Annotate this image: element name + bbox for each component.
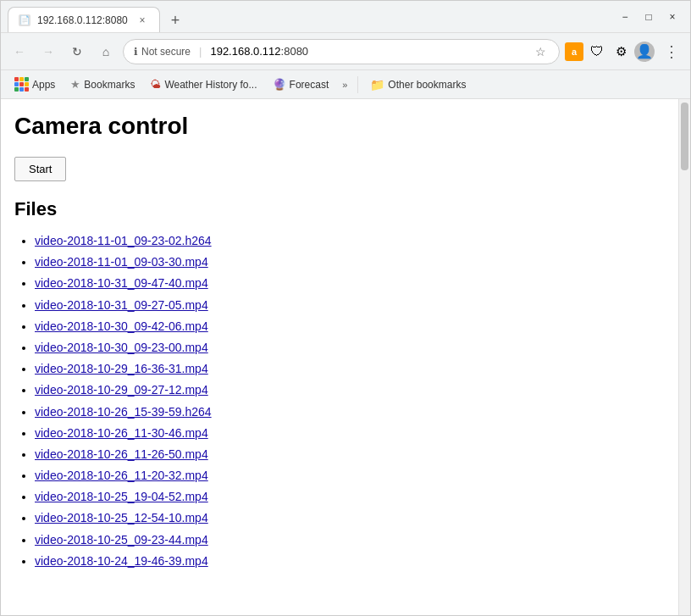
active-tab[interactable]: 📄 192.168.0.112:8080 × <box>8 7 160 32</box>
reload-button[interactable]: ↻ <box>65 40 89 64</box>
file-list: video-2018-11-01_09-23-02.h264video-2018… <box>14 230 665 572</box>
file-link[interactable]: video-2018-10-29_09-27-12.mp4 <box>35 383 208 397</box>
bookmark-bookmarks[interactable]: ★ Bookmarks <box>64 75 141 94</box>
list-item: video-2018-10-30_09-23-00.mp4 <box>35 337 665 358</box>
bookmarks-overflow-button[interactable]: » <box>337 76 352 93</box>
maximize-button[interactable]: □ <box>638 6 660 28</box>
bookmarks-separator <box>357 76 358 93</box>
url-separator: | <box>199 45 202 58</box>
file-link[interactable]: video-2018-11-01_09-03-30.mp4 <box>35 255 208 269</box>
list-item: video-2018-11-01_09-23-02.h264 <box>35 230 665 252</box>
list-item: video-2018-10-30_09-42-06.mp4 <box>35 316 665 337</box>
bookmark-apps[interactable]: Apps <box>8 74 62 95</box>
new-tab-button[interactable]: + <box>163 8 187 32</box>
tab-favicon: 📄 <box>19 14 30 26</box>
forward-button[interactable]: → <box>36 40 60 64</box>
file-link[interactable]: video-2018-10-30_09-23-00.mp4 <box>35 341 208 354</box>
security-indicator: ℹ Not secure <box>134 46 191 58</box>
list-item: video-2018-10-26_11-30-46.mp4 <box>35 423 665 444</box>
other-bookmarks-folder[interactable]: 📁 Other bookmarks <box>363 75 473 95</box>
file-link[interactable]: video-2018-10-31_09-27-05.mp4 <box>35 298 208 312</box>
profile-avatar[interactable]: 👤 <box>634 42 655 62</box>
file-link[interactable]: video-2018-10-30_09-42-06.mp4 <box>35 319 208 333</box>
minimize-button[interactable]: − <box>614 6 636 28</box>
page-content: Camera control Start Files video-2018-11… <box>1 99 690 615</box>
file-link[interactable]: video-2018-10-26_15-39-59.h264 <box>35 405 212 419</box>
list-item: video-2018-10-29_16-36-31.mp4 <box>35 358 665 380</box>
tab-close-button[interactable]: × <box>135 14 149 27</box>
file-link[interactable]: video-2018-10-29_16-36-31.mp4 <box>35 362 208 375</box>
bookmarks-bar: Apps ★ Bookmarks 🌤 Weather History fo...… <box>1 70 690 99</box>
tab-title: 192.168.0.112:8080 <box>37 14 129 26</box>
page-scroll-area[interactable]: Camera control Start Files video-2018-11… <box>1 99 678 615</box>
shield-extension-icon[interactable]: 🛡 <box>587 42 607 62</box>
file-link[interactable]: video-2018-10-24_19-46-39.mp4 <box>35 554 208 568</box>
security-label: Not secure <box>141 46 191 58</box>
close-button[interactable]: × <box>661 6 683 28</box>
folder-icon: 📁 <box>370 78 384 92</box>
url-host: 192.168.0.112 <box>210 45 280 58</box>
list-item: video-2018-10-25_19-04-52.mp4 <box>35 486 665 508</box>
list-item: video-2018-10-31_09-47-40.mp4 <box>35 273 665 294</box>
forecast-label: Forecast <box>290 79 329 91</box>
page-title: Camera control <box>14 113 665 140</box>
weather-icon: 🌤 <box>150 78 161 91</box>
list-item: video-2018-10-29_09-27-12.mp4 <box>35 380 665 401</box>
extension-icons: a 🛡 ⚙ 👤 <box>565 42 655 62</box>
file-link[interactable]: video-2018-10-26_11-20-32.mp4 <box>35 469 208 482</box>
window-controls: − □ × <box>614 6 683 28</box>
url-action-icons: ☆ <box>532 43 549 60</box>
list-item: video-2018-11-01_09-03-30.mp4 <box>35 252 665 273</box>
file-link[interactable]: video-2018-10-25_12-54-10.mp4 <box>35 511 208 524</box>
apps-label: Apps <box>32 79 55 91</box>
weather-history-label: Weather History fo... <box>164 79 257 91</box>
list-item: video-2018-10-25_12-54-10.mp4 <box>35 508 665 529</box>
file-link[interactable]: video-2018-10-26_11-30-46.mp4 <box>35 426 208 440</box>
apps-grid-icon <box>14 77 29 92</box>
bookmark-weather-history[interactable]: 🌤 Weather History fo... <box>143 75 263 94</box>
list-item: video-2018-10-31_09-27-05.mp4 <box>35 295 665 316</box>
tab-area: 📄 192.168.0.112:8080 × + <box>8 1 607 32</box>
security-icon: ℹ <box>134 46 138 58</box>
scrollbar-thumb[interactable] <box>681 103 688 170</box>
star-icon: ★ <box>70 78 80 91</box>
forecast-icon: 🔮 <box>273 78 286 91</box>
url-port: :8080 <box>281 45 309 58</box>
start-button[interactable]: Start <box>14 157 66 181</box>
puzzle-extension-icon[interactable]: ⚙ <box>611 42 631 62</box>
url-bar[interactable]: ℹ Not secure | 192.168.0.112:8080 ☆ <box>123 39 560 64</box>
list-item: video-2018-10-26_15-39-59.h264 <box>35 402 665 423</box>
scrollbar[interactable] <box>678 99 690 615</box>
home-button[interactable]: ⌂ <box>94 40 118 64</box>
address-bar: ← → ↻ ⌂ ℹ Not secure | 192.168.0.112:808… <box>1 33 690 70</box>
file-link[interactable]: video-2018-10-26_11-26-50.mp4 <box>35 447 208 461</box>
file-link[interactable]: video-2018-11-01_09-23-02.h264 <box>35 234 212 247</box>
bookmark-star-icon[interactable]: ☆ <box>532 43 549 60</box>
list-item: video-2018-10-25_09-23-44.mp4 <box>35 530 665 551</box>
file-link[interactable]: video-2018-10-25_09-23-44.mp4 <box>35 533 208 547</box>
browser-window: 📄 192.168.0.112:8080 × + − □ × ← → ↻ ⌂ ℹ… <box>0 0 691 616</box>
list-item: video-2018-10-26_11-26-50.mp4 <box>35 444 665 465</box>
files-heading: Files <box>14 198 665 220</box>
list-item: video-2018-10-24_19-46-39.mp4 <box>35 551 665 572</box>
file-link[interactable]: video-2018-10-31_09-47-40.mp4 <box>35 276 208 290</box>
back-button[interactable]: ← <box>8 40 31 64</box>
file-link[interactable]: video-2018-10-25_19-04-52.mp4 <box>35 490 208 503</box>
page-icon: 📄 <box>19 15 30 25</box>
bookmarks-label: Bookmarks <box>84 79 135 91</box>
url-text: 192.168.0.112:8080 <box>210 45 308 58</box>
list-item: video-2018-10-26_11-20-32.mp4 <box>35 465 665 486</box>
browser-menu-button[interactable]: ⋮ <box>660 40 683 64</box>
title-bar: 📄 192.168.0.112:8080 × + − □ × <box>1 1 690 33</box>
other-bookmarks-label: Other bookmarks <box>388 79 466 91</box>
amazon-extension-icon[interactable]: a <box>565 42 583 61</box>
bookmark-forecast[interactable]: 🔮 Forecast <box>266 75 336 94</box>
